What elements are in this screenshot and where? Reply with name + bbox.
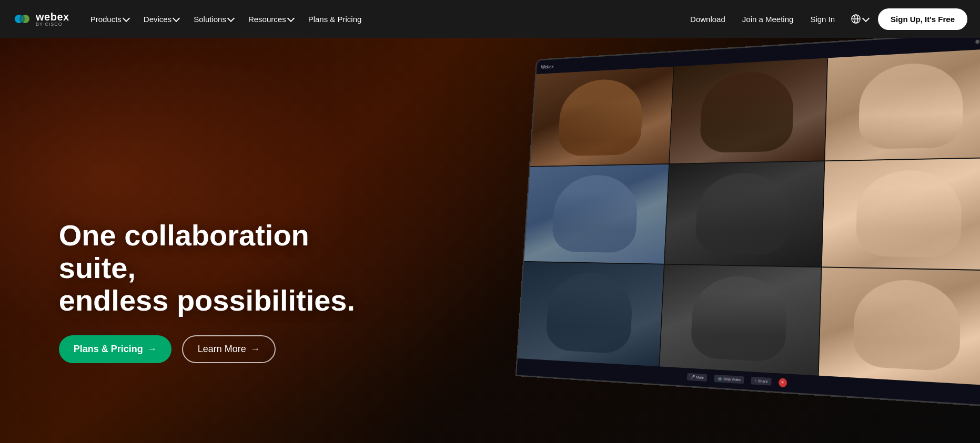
video-icon: 📹 [718, 376, 722, 381]
stop-video-label: Stop Video [723, 377, 741, 383]
video-cell-7 [518, 262, 664, 366]
video-cell-1 [530, 67, 673, 166]
laptop-frame: Webex [515, 31, 980, 407]
signup-button[interactable]: Sign Up, It's Free [878, 8, 967, 30]
laptop-screen: Webex [517, 33, 980, 406]
navbar: webex by CISCO Products Devices Solution… [0, 0, 980, 38]
logo-webex-label: webex [36, 12, 69, 22]
video-grid [518, 48, 980, 385]
globe-icon [851, 14, 861, 24]
share-label: Share [758, 379, 768, 384]
webex-logo-icon [13, 9, 32, 28]
participant-avatar-9 [853, 279, 961, 372]
participant-avatar-6 [855, 170, 962, 258]
participant-avatar-4 [551, 174, 639, 253]
screen-app-title: Webex [541, 64, 553, 69]
participant-avatar-5 [695, 172, 791, 255]
laptop-area: Webex [431, 26, 980, 403]
hero-buttons: Plans & Pricing → Learn More → [59, 335, 375, 363]
participant-avatar-7 [545, 272, 634, 355]
participant-avatar-8 [690, 275, 787, 363]
video-cell-6 [822, 158, 980, 270]
screen-end-call-btn[interactable]: ✕ [779, 378, 787, 387]
participant-avatar-2 [699, 70, 794, 153]
plans-pricing-button[interactable]: Plans & Pricing → [59, 335, 171, 363]
video-cell-9 [819, 267, 980, 386]
mute-label: Mute [696, 375, 704, 380]
screen-stop-video-btn[interactable]: 📹 Stop Video [714, 375, 744, 384]
hero-headline: One collaboration suite, endless possibi… [59, 219, 375, 316]
nav-products-label: Products [90, 15, 122, 24]
hero-headline-line2: endless possibilities. [59, 284, 355, 317]
mic-icon: 🎤 [690, 375, 695, 379]
hero-section: Webex [0, 0, 980, 443]
chevron-down-icon [173, 14, 180, 22]
video-cell-3 [825, 48, 980, 160]
screen-mute-btn[interactable]: 🎤 Mute [687, 373, 708, 382]
nav-devices-label: Devices [144, 15, 171, 24]
video-cell-5 [664, 161, 824, 266]
svg-point-2 [19, 15, 25, 23]
plans-pricing-label: Plans & Pricing [74, 344, 143, 355]
logo[interactable]: webex by CISCO [13, 9, 69, 28]
nav-resources-label: Resources [248, 15, 286, 24]
sign-in-link[interactable]: Sign In [804, 11, 841, 28]
language-selector[interactable] [845, 9, 874, 28]
hero-headline-line1: One collaboration suite, [59, 219, 309, 284]
logo-text: webex by CISCO [36, 12, 69, 27]
chevron-down-icon [287, 14, 295, 22]
learn-more-label: Learn More [198, 344, 246, 355]
hero-content: One collaboration suite, endless possibi… [59, 219, 375, 363]
learn-more-button[interactable]: Learn More → [182, 335, 276, 363]
nav-item-products[interactable]: Products [84, 11, 135, 28]
chevron-down-icon [123, 14, 130, 22]
nav-item-solutions[interactable]: Solutions [187, 11, 240, 28]
video-cell-8 [660, 264, 821, 375]
video-cell-4 [524, 164, 669, 264]
screen-share-btn[interactable]: ↑ Share [751, 377, 772, 386]
nav-item-plans-pricing[interactable]: Plans & Pricing [302, 11, 368, 28]
join-meeting-link[interactable]: Join a Meeting [736, 11, 800, 28]
share-icon: ↑ [755, 378, 757, 383]
chevron-down-icon [227, 14, 235, 22]
logo-cisco-label: by CISCO [36, 22, 69, 27]
arrow-right-icon-2: → [250, 344, 260, 355]
participant-avatar-3 [858, 61, 963, 149]
nav-links: Products Devices Solutions Resources Pla… [84, 11, 368, 28]
nav-item-resources[interactable]: Resources [242, 11, 300, 28]
nav-right: Download Join a Meeting Sign In Sign Up,… [684, 8, 967, 30]
video-cell-2 [669, 58, 826, 163]
arrow-right-icon: → [147, 344, 157, 355]
screen-controls [975, 39, 980, 44]
download-link[interactable]: Download [684, 11, 732, 28]
participant-avatar-1 [557, 78, 644, 156]
nav-left: webex by CISCO Products Devices Solution… [13, 9, 368, 28]
end-call-icon: ✕ [781, 380, 784, 385]
language-chevron-icon [862, 14, 870, 22]
nav-solutions-label: Solutions [194, 15, 226, 24]
nav-plans-label: Plans & Pricing [308, 15, 362, 24]
nav-item-devices[interactable]: Devices [137, 11, 185, 28]
ctrl-dot-1 [975, 39, 979, 44]
